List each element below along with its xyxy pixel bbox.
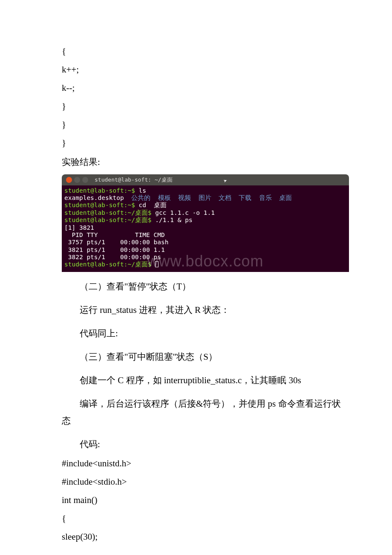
code-line: sleep(30); xyxy=(45,528,347,546)
terminal-titlebar: student@lab-soft: ~/桌面 ➤ xyxy=(62,174,349,185)
term-output: PID TTY TIME CMD xyxy=(64,231,165,238)
watermark-text: www.bdocx.com xyxy=(147,252,263,270)
maximize-icon xyxy=(82,177,88,183)
code-line: k++; xyxy=(45,61,347,78)
code-line: #include<unistd.h> xyxy=(45,455,347,472)
term-output-dirs: 公共的 模板 视频 图片 文档 下载 音乐 桌面 xyxy=(131,194,292,201)
term-prompt: student@lab-soft:~$ xyxy=(64,202,135,208)
code-text: run_status xyxy=(100,305,136,315)
body-paragraph: 代码: xyxy=(45,436,347,453)
term-cmd: ls xyxy=(135,187,146,194)
code-line: { xyxy=(45,43,347,60)
result-label: 实验结果: xyxy=(45,153,347,171)
cursor-box-icon xyxy=(155,261,159,267)
term-prompt: student@lab-soft:~$ xyxy=(64,187,135,194)
code-line: k--; xyxy=(45,79,347,97)
term-cmd: gcc 1.1.c -o 1.1 xyxy=(152,209,215,216)
section-2-title: （二）查看"暂停"状态（T） xyxy=(45,278,347,295)
term-output: [1] 3821 xyxy=(64,224,94,231)
text: 编译，后台运行该程序（后接&符号），并使用 xyxy=(80,399,268,409)
close-icon xyxy=(66,177,72,183)
code-line: int main() xyxy=(45,491,347,509)
section-3-title: （三）查看"可中断阻塞"状态（S） xyxy=(45,348,347,366)
term-output: 3821 pts/1 00:00:00 1.1 xyxy=(64,246,165,253)
term-prompt: student@lab-soft:~/桌面$ xyxy=(64,209,152,216)
code-text: interruptiblie_status.c xyxy=(164,375,242,385)
term-prompt: student@lab-soft:~/桌面$ xyxy=(64,217,152,223)
text: 创建一个 C 程序，如 xyxy=(80,375,164,385)
term-output: examples.desktop xyxy=(64,194,131,201)
term-output: 3757 pts/1 00:00:00 bash xyxy=(64,239,168,246)
code-line: } xyxy=(45,116,347,133)
term-cmd xyxy=(152,261,156,268)
code-line: } xyxy=(45,134,347,152)
body-paragraph: 代码同上: xyxy=(45,325,347,342)
text: 运行 xyxy=(80,305,100,315)
terminal-title: student@lab-soft: ~/桌面 xyxy=(95,174,173,185)
code-line: #include<stdio.h> xyxy=(45,473,347,491)
body-paragraph: 创建一个 C 程序，如 interruptiblie_status.c，让其睡眠… xyxy=(45,372,347,389)
body-paragraph: 运行 run_status 进程，其进入 R 状态： xyxy=(45,301,347,319)
term-cmd: ./1.1 & ps xyxy=(152,217,193,223)
term-prompt: student@lab-soft:~/桌面$ xyxy=(64,261,152,268)
code-text: ps xyxy=(268,399,276,409)
terminal-body: student@lab-soft:~$ ls examples.desktop … xyxy=(62,185,349,272)
terminal-window: student@lab-soft: ~/桌面 ➤ student@lab-sof… xyxy=(62,174,349,272)
term-output: 3822 pts/1 00:00:00 ps xyxy=(64,254,161,260)
term-cmd: cd 桌面 xyxy=(135,202,167,208)
text: ，让其睡眠 30s xyxy=(242,375,301,385)
code-line: } xyxy=(45,98,347,115)
text: 进程，其进入 R 状态： xyxy=(137,305,230,315)
body-paragraph: 编译，后台运行该程序（后接&符号），并使用 ps 命令查看运行状态 xyxy=(45,395,347,430)
minimize-icon xyxy=(74,177,80,183)
code-line: { xyxy=(45,510,347,527)
